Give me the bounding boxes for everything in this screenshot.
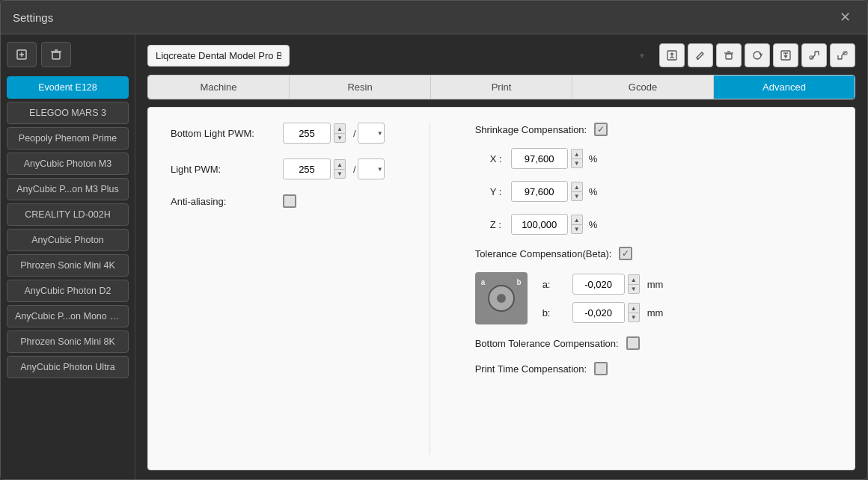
tolerance-checkbox[interactable] [619,247,632,260]
export-button[interactable] [659,43,685,67]
refresh-button[interactable] [745,43,770,67]
sidebar-top-buttons [7,42,129,67]
profile-select[interactable] [147,45,290,67]
sidebar-item-1[interactable]: ELEGOO MARS 3 [7,102,129,124]
slash-label-1: / [353,128,356,139]
bottom-light-pwm-divisor-select[interactable] [358,123,385,144]
anti-aliasing-label: Anti-aliasing: [171,196,275,207]
z-down[interactable]: ▼ [571,224,583,234]
add-profile-button[interactable] [7,42,37,67]
import-button[interactable] [830,43,855,67]
shrinkage-checkbox[interactable] [594,123,608,136]
x-up[interactable]: ▲ [571,149,583,159]
delete-button[interactable] [716,43,742,67]
b-up[interactable]: ▲ [628,303,640,313]
tab-print[interactable]: Print [431,76,572,99]
y-pct: % [589,186,598,197]
light-pwm-input[interactable] [283,159,331,179]
z-input[interactable] [511,214,568,235]
x-pct: % [589,153,598,164]
tab-machine[interactable]: Machine [148,76,290,99]
a-up[interactable]: ▲ [628,274,640,284]
x-spinners: ▲ ▼ [571,149,583,168]
z-pct: % [589,219,598,230]
light-pwm-up[interactable]: ▲ [334,159,346,169]
b-input[interactable] [572,302,625,323]
bottom-tolerance-checkbox[interactable] [626,336,640,350]
sidebar-item-11[interactable]: AnyCubic Photon Ultra [7,356,129,378]
tab-resin[interactable]: Resin [290,76,431,99]
a-row: a: ▲ ▼ mm [542,274,664,295]
z-up[interactable]: ▲ [571,215,583,224]
tolerance-label: Tolerance Compensation(Beta): [475,248,612,259]
sidebar-item-10[interactable]: Phrozen Sonic Mini 8K [7,330,129,353]
a-down[interactable]: ▼ [628,284,640,294]
a-input[interactable] [572,274,625,295]
light-pwm-label: Light PWM: [171,164,275,175]
print-time-checkbox[interactable] [594,362,608,375]
bottom-light-pwm-down[interactable]: ▼ [334,133,346,143]
svg-rect-3 [52,52,60,59]
sidebar-item-0[interactable]: Evodent E128 [7,76,129,99]
sidebar-item-9[interactable]: AnyCubic P...on Mono 4K [7,305,129,327]
tolerance-circle-center [497,294,506,303]
sidebar-item-8[interactable]: AnyCubic Photon D2 [7,280,129,302]
sidebar: Evodent E128 ELEGOO MARS 3 Peopoly Pheno… [1,34,135,479]
tab-gcode[interactable]: Gcode [572,76,714,99]
y-input[interactable] [511,181,568,202]
close-button[interactable]: ✕ [834,7,855,28]
light-pwm-divisor-select[interactable] [358,159,385,179]
y-spinners: ▲ ▼ [571,182,583,201]
share-button[interactable] [801,43,827,67]
slash-label-2: / [353,164,356,175]
bottom-light-pwm-input[interactable] [283,123,331,144]
tabs: Machine Resin Print Gcode Advanced [147,75,855,99]
bottom-light-pwm-label: Bottom Light PWM: [171,128,275,139]
anti-aliasing-checkbox[interactable] [283,194,296,208]
print-time-label: Print Time Compensation: [475,363,587,375]
sidebar-item-7[interactable]: Phrozen Sonic Mini 4K [7,254,129,277]
form-area: Bottom Light PWM: ▲ ▼ / [147,107,855,470]
y-input-group: ▲ ▼ [511,181,583,202]
light-pwm-down[interactable]: ▼ [334,169,346,179]
a-label: a: [542,279,565,290]
sidebar-item-3[interactable]: AnyCubic Photon M3 [7,153,129,175]
tolerance-a-label: a [481,278,486,286]
bottom-light-pwm-row: Bottom Light PWM: ▲ ▼ / [171,123,385,144]
b-row: b: ▲ ▼ mm [542,302,664,323]
main-panel: Machine Resin Print Gcode Advanced Botto… [135,34,867,479]
x-input[interactable] [511,148,568,169]
column-divider [430,123,430,455]
print-time-header: Print Time Compensation: [475,362,832,375]
z-row: Z : ▲ ▼ % [490,214,832,235]
edit-button[interactable] [688,43,713,67]
sidebar-item-2[interactable]: Peopoly Phenom Prime [7,127,129,150]
bottom-light-pwm-slash: / ▼ [353,123,385,144]
bottom-tolerance-header: Bottom Tolerance Compensation: [475,336,832,350]
bottom-tolerance-label: Bottom Tolerance Compensation: [475,338,619,349]
bottom-light-pwm-up[interactable]: ▲ [334,123,346,133]
a-mm: mm [647,279,664,290]
x-row: X : ▲ ▼ % [490,148,832,169]
delete-profile-button[interactable] [41,42,71,67]
tab-advanced[interactable]: Advanced [714,76,855,99]
anti-aliasing-row: Anti-aliasing: [171,194,385,208]
titlebar: Settings ✕ [1,1,867,34]
y-up[interactable]: ▲ [571,182,583,191]
b-mm: mm [647,307,664,319]
x-label: X : [490,153,505,164]
y-down[interactable]: ▼ [571,191,583,201]
x-down[interactable]: ▼ [571,159,583,168]
svg-rect-10 [726,54,732,59]
b-label: b: [542,307,565,319]
download-button[interactable] [773,43,798,67]
b-down[interactable]: ▼ [628,313,640,322]
sidebar-item-4[interactable]: AnyCubic P...on M3 Plus [7,178,129,200]
y-row: Y : ▲ ▼ % [490,181,832,202]
sidebar-item-5[interactable]: CREALITY LD-002H [7,203,129,226]
sidebar-item-6[interactable]: AnyCubic Photon [7,229,129,251]
profile-select-wrapper [147,45,653,67]
b-spinners: ▲ ▼ [628,303,640,322]
tolerance-diagram: a b [475,272,528,324]
light-pwm-spinners: ▲ ▼ [334,159,346,179]
